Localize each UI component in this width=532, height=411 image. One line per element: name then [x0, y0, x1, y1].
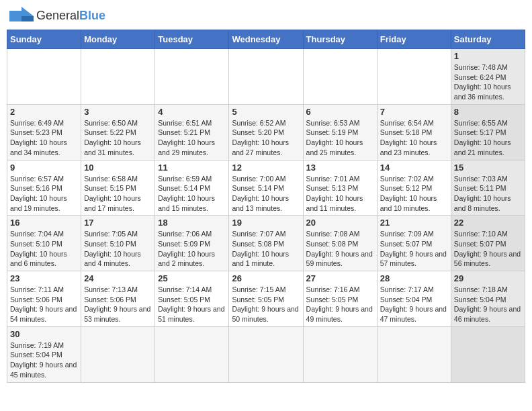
day-info: Sunrise: 7:48 AM Sunset: 6:24 PM Dayligh… [454, 62, 522, 102]
day-info: Sunrise: 7:17 AM Sunset: 5:04 PM Dayligh… [380, 285, 448, 324]
day-info: Sunrise: 7:11 AM Sunset: 5:06 PM Dayligh… [10, 285, 78, 324]
day-info: Sunrise: 7:18 AM Sunset: 5:04 PM Dayligh… [454, 285, 522, 324]
calendar-cell: 4Sunrise: 6:51 AM Sunset: 5:21 PM Daylig… [155, 104, 229, 160]
day-info: Sunrise: 7:06 AM Sunset: 5:09 PM Dayligh… [158, 229, 226, 269]
day-number: 18 [158, 218, 226, 228]
day-info: Sunrise: 7:04 AM Sunset: 5:10 PM Dayligh… [10, 229, 78, 269]
calendar-cell [81, 326, 155, 382]
day-info: Sunrise: 7:07 AM Sunset: 5:08 PM Dayligh… [232, 229, 300, 269]
day-number: 19 [232, 218, 300, 228]
day-number: 29 [454, 273, 522, 283]
day-info: Sunrise: 6:53 AM Sunset: 5:19 PM Dayligh… [306, 118, 374, 158]
calendar-cell: 2Sunrise: 6:49 AM Sunset: 5:23 PM Daylig… [7, 104, 81, 160]
day-info: Sunrise: 7:15 AM Sunset: 5:05 PM Dayligh… [232, 285, 300, 324]
day-info: Sunrise: 6:50 AM Sunset: 5:22 PM Dayligh… [84, 118, 152, 158]
day-number: 24 [84, 273, 152, 283]
calendar-week-1: 1Sunrise: 7:48 AM Sunset: 6:24 PM Daylig… [7, 49, 525, 105]
day-info: Sunrise: 6:52 AM Sunset: 5:20 PM Dayligh… [232, 118, 300, 158]
day-info: Sunrise: 6:55 AM Sunset: 5:17 PM Dayligh… [454, 118, 522, 158]
day-number: 5 [232, 107, 300, 117]
page-header: GeneralBlue [7, 7, 525, 26]
day-number: 20 [306, 218, 374, 228]
calendar-cell: 13Sunrise: 7:01 AM Sunset: 5:13 PM Dayli… [303, 160, 377, 216]
calendar-cell: 25Sunrise: 7:14 AM Sunset: 5:05 PM Dayli… [155, 271, 229, 327]
day-number: 26 [232, 273, 300, 283]
day-number: 17 [84, 218, 152, 228]
day-number: 23 [10, 273, 78, 283]
day-number: 25 [158, 273, 226, 283]
calendar-cell: 3Sunrise: 6:50 AM Sunset: 5:22 PM Daylig… [81, 104, 155, 160]
calendar-cell: 21Sunrise: 7:09 AM Sunset: 5:07 PM Dayli… [377, 216, 451, 271]
day-number: 13 [306, 163, 374, 173]
calendar-cell [155, 49, 229, 105]
calendar-cell: 12Sunrise: 7:00 AM Sunset: 5:14 PM Dayli… [229, 160, 303, 216]
calendar-week-4: 16Sunrise: 7:04 AM Sunset: 5:10 PM Dayli… [7, 216, 525, 271]
day-number: 10 [84, 163, 152, 173]
svg-rect-0 [9, 11, 21, 21]
calendar-cell [303, 49, 377, 105]
calendar-cell: 24Sunrise: 7:13 AM Sunset: 5:06 PM Dayli… [81, 271, 155, 327]
calendar-cell: 8Sunrise: 6:55 AM Sunset: 5:17 PM Daylig… [451, 104, 525, 160]
calendar-week-3: 9Sunrise: 6:57 AM Sunset: 5:16 PM Daylig… [7, 160, 525, 216]
calendar-cell [229, 326, 303, 382]
calendar-week-6: 30Sunrise: 7:19 AM Sunset: 5:04 PM Dayli… [7, 326, 525, 382]
day-number: 9 [10, 163, 78, 173]
calendar-table: SundayMondayTuesdayWednesdayThursdayFrid… [7, 30, 525, 383]
day-number: 16 [10, 218, 78, 228]
day-number: 30 [10, 329, 78, 339]
logo-text: GeneralBlue [36, 9, 105, 23]
day-info: Sunrise: 7:02 AM Sunset: 5:12 PM Dayligh… [380, 174, 448, 214]
calendar-cell [377, 49, 451, 105]
day-header-sunday: Sunday [7, 30, 81, 49]
calendar-body: 1Sunrise: 7:48 AM Sunset: 6:24 PM Daylig… [7, 49, 525, 383]
day-number: 22 [454, 218, 522, 228]
day-header-tuesday: Tuesday [155, 30, 229, 49]
day-number: 14 [380, 163, 448, 173]
calendar-cell [81, 49, 155, 105]
day-number: 7 [380, 107, 448, 117]
calendar-cell: 17Sunrise: 7:05 AM Sunset: 5:10 PM Dayli… [81, 216, 155, 271]
calendar-week-2: 2Sunrise: 6:49 AM Sunset: 5:23 PM Daylig… [7, 104, 525, 160]
day-header-friday: Friday [377, 30, 451, 49]
day-number: 6 [306, 107, 374, 117]
calendar-cell: 1Sunrise: 7:48 AM Sunset: 6:24 PM Daylig… [451, 49, 525, 105]
day-header-thursday: Thursday [303, 30, 377, 49]
day-number: 4 [158, 107, 226, 117]
calendar-cell: 9Sunrise: 6:57 AM Sunset: 5:16 PM Daylig… [7, 160, 81, 216]
logo-icon [9, 7, 34, 26]
day-info: Sunrise: 7:03 AM Sunset: 5:11 PM Dayligh… [454, 174, 522, 214]
calendar-cell: 19Sunrise: 7:07 AM Sunset: 5:08 PM Dayli… [229, 216, 303, 271]
day-info: Sunrise: 7:00 AM Sunset: 5:14 PM Dayligh… [232, 174, 300, 214]
day-info: Sunrise: 6:54 AM Sunset: 5:18 PM Dayligh… [380, 118, 448, 158]
calendar-cell [229, 49, 303, 105]
calendar-cell: 15Sunrise: 7:03 AM Sunset: 5:11 PM Dayli… [451, 160, 525, 216]
calendar-cell: 11Sunrise: 6:59 AM Sunset: 5:14 PM Dayli… [155, 160, 229, 216]
day-header-row: SundayMondayTuesdayWednesdayThursdayFrid… [7, 30, 525, 49]
day-number: 8 [454, 107, 522, 117]
svg-marker-1 [21, 7, 34, 16]
day-info: Sunrise: 6:51 AM Sunset: 5:21 PM Dayligh… [158, 118, 226, 158]
calendar-cell: 29Sunrise: 7:18 AM Sunset: 5:04 PM Dayli… [451, 271, 525, 327]
day-number: 21 [380, 218, 448, 228]
day-number: 15 [454, 163, 522, 173]
calendar-cell [377, 326, 451, 382]
day-number: 12 [232, 163, 300, 173]
calendar-cell [7, 49, 81, 105]
calendar-cell: 22Sunrise: 7:10 AM Sunset: 5:07 PM Dayli… [451, 216, 525, 271]
day-info: Sunrise: 7:19 AM Sunset: 5:04 PM Dayligh… [10, 340, 78, 380]
calendar-cell [303, 326, 377, 382]
day-info: Sunrise: 7:10 AM Sunset: 5:07 PM Dayligh… [454, 229, 522, 269]
day-info: Sunrise: 6:59 AM Sunset: 5:14 PM Dayligh… [158, 174, 226, 214]
day-number: 1 [454, 51, 522, 61]
calendar-cell [451, 326, 525, 382]
day-info: Sunrise: 7:09 AM Sunset: 5:07 PM Dayligh… [380, 229, 448, 269]
day-number: 11 [158, 163, 226, 173]
calendar-cell: 30Sunrise: 7:19 AM Sunset: 5:04 PM Dayli… [7, 326, 81, 382]
day-header-wednesday: Wednesday [229, 30, 303, 49]
calendar-cell: 16Sunrise: 7:04 AM Sunset: 5:10 PM Dayli… [7, 216, 81, 271]
day-info: Sunrise: 7:14 AM Sunset: 5:05 PM Dayligh… [158, 285, 226, 324]
day-info: Sunrise: 6:58 AM Sunset: 5:15 PM Dayligh… [84, 174, 152, 214]
day-header-saturday: Saturday [451, 30, 525, 49]
day-info: Sunrise: 7:08 AM Sunset: 5:08 PM Dayligh… [306, 229, 374, 269]
calendar-cell: 10Sunrise: 6:58 AM Sunset: 5:15 PM Dayli… [81, 160, 155, 216]
